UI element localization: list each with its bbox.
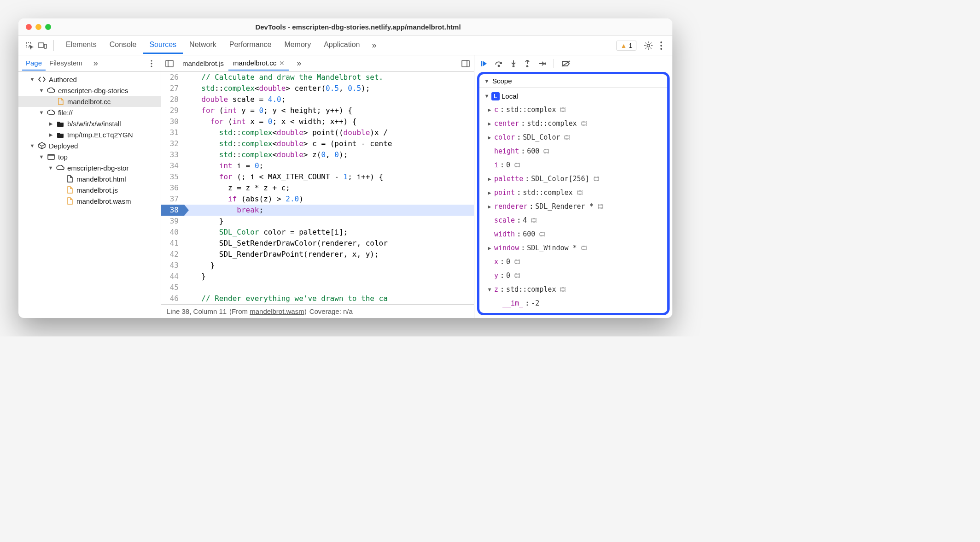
line-number[interactable]: 29 — [161, 105, 184, 116]
memory-icon[interactable] — [560, 287, 566, 292]
scope-variable[interactable]: scale: 4 — [479, 213, 667, 227]
line-number[interactable]: 42 — [161, 249, 184, 260]
scope-variable[interactable]: ▶center: std::complex — [479, 117, 667, 130]
panel-tab-console[interactable]: Console — [103, 37, 143, 54]
scope-variable[interactable]: i: 0 — [479, 158, 667, 172]
sidebar-more-button[interactable]: » — [90, 59, 102, 68]
toggle-navigator-icon[interactable] — [165, 59, 174, 68]
memory-icon[interactable] — [564, 135, 570, 140]
toggle-debugger-icon[interactable] — [461, 59, 470, 68]
tree-item[interactable]: mandelbrot.wasm — [18, 195, 161, 206]
panel-tab-elements[interactable]: Elements — [59, 37, 103, 54]
scope-variable[interactable]: y: 0 — [479, 269, 667, 283]
scope-header[interactable]: ▼ Scope — [479, 74, 667, 88]
step-icon[interactable] — [538, 61, 546, 66]
scope-variable[interactable]: ▶c: std::complex — [479, 103, 667, 117]
scope-variable[interactable]: __im_: -2 — [479, 296, 667, 310]
code-editor[interactable]: 26 // Calculate and draw the Mandelbrot … — [161, 72, 474, 304]
scope-variable[interactable]: ▶window: SDL_Window * — [479, 241, 667, 255]
sidebar-tab-page[interactable]: Page — [22, 56, 46, 71]
scope-local-header[interactable]: ▼ L Local — [479, 90, 667, 103]
maximize-window-button[interactable] — [45, 24, 51, 30]
kebab-menu-icon[interactable] — [656, 40, 667, 51]
tree-item[interactable]: mandelbrot.js — [18, 184, 161, 195]
tree-item[interactable]: ▼Deployed — [18, 140, 161, 151]
tree-item[interactable]: ▼file:// — [18, 107, 161, 118]
tree-item[interactable]: ▼Authored — [18, 74, 161, 85]
line-number[interactable]: 30 — [161, 116, 184, 127]
line-number[interactable]: 41 — [161, 238, 184, 249]
sidebar-tab-filesystem[interactable]: Filesystem — [46, 56, 86, 71]
minimize-window-button[interactable] — [35, 24, 41, 30]
memory-icon[interactable] — [514, 162, 520, 168]
step-into-icon[interactable] — [510, 60, 517, 67]
line-number[interactable]: 39 — [161, 216, 184, 227]
scope-variable[interactable]: height: 600 — [479, 144, 667, 158]
source-map-link[interactable]: mandelbrot.wasm — [250, 307, 304, 315]
scope-variable[interactable]: ▶renderer: SDL_Renderer * — [479, 200, 667, 213]
file-tabs-more-button[interactable]: » — [293, 59, 305, 68]
memory-icon[interactable] — [593, 176, 600, 182]
line-number[interactable]: 37 — [161, 194, 184, 205]
line-number[interactable]: 44 — [161, 271, 184, 282]
step-out-icon[interactable] — [524, 60, 531, 67]
memory-icon[interactable] — [514, 273, 520, 278]
line-number[interactable]: 46 — [161, 293, 184, 304]
panel-tab-memory[interactable]: Memory — [278, 37, 317, 54]
more-panels-button[interactable]: » — [368, 41, 380, 50]
tree-item[interactable]: ▶tmp/tmp.ELcTq2YGN — [18, 129, 161, 140]
scope-variable[interactable]: x: 0 — [479, 255, 667, 269]
device-toolbar-icon[interactable] — [37, 40, 48, 51]
scope-variable[interactable]: width: 600 — [479, 227, 667, 241]
line-number[interactable]: 34 — [161, 160, 184, 171]
line-number[interactable]: 36 — [161, 183, 184, 194]
step-over-icon[interactable] — [495, 60, 503, 67]
tree-item[interactable]: ▶b/s/w/ir/x/w/install — [18, 118, 161, 129]
panel-tab-network[interactable]: Network — [183, 37, 223, 54]
tree-item[interactable]: mandelbrot.html — [18, 173, 161, 184]
memory-icon[interactable] — [581, 121, 587, 126]
settings-icon[interactable] — [643, 40, 654, 51]
line-number[interactable]: 43 — [161, 260, 184, 271]
memory-icon[interactable] — [581, 245, 587, 251]
tree-item[interactable]: ▼emscripten-dbg-stories — [18, 85, 161, 96]
sidebar-kebab-icon[interactable] — [146, 58, 157, 69]
line-number[interactable]: 26 — [161, 72, 184, 83]
line-number[interactable]: 38 — [161, 205, 184, 216]
line-number[interactable]: 35 — [161, 171, 184, 183]
inspect-element-icon[interactable] — [24, 40, 35, 51]
close-tab-icon[interactable]: ✕ — [279, 59, 285, 67]
panel-tab-performance[interactable]: Performance — [223, 37, 278, 54]
tree-item[interactable]: mandelbrot.cc — [18, 96, 161, 107]
close-window-button[interactable] — [26, 24, 32, 30]
file-tab[interactable]: mandelbrot.js — [178, 56, 228, 71]
memory-icon[interactable] — [539, 231, 545, 237]
warnings-badge[interactable]: ▲ 1 — [616, 41, 636, 51]
memory-icon[interactable] — [514, 259, 520, 265]
scope-variable[interactable]: ▶point: std::complex — [479, 186, 667, 200]
line-number[interactable]: 32 — [161, 138, 184, 149]
line-number[interactable]: 33 — [161, 149, 184, 160]
memory-icon[interactable] — [543, 148, 549, 154]
scope-variable[interactable]: ▼z: std::complex — [479, 283, 667, 296]
memory-icon[interactable] — [577, 190, 583, 195]
tree-item[interactable]: ▼emscripten-dbg-stor — [18, 162, 161, 173]
deactivate-breakpoints-icon[interactable] — [561, 60, 571, 67]
file-tab[interactable]: mandelbrot.cc✕ — [228, 56, 289, 71]
line-number[interactable]: 45 — [161, 282, 184, 293]
panel-tab-sources[interactable]: Sources — [143, 37, 183, 54]
memory-icon[interactable] — [597, 204, 604, 209]
scope-variable[interactable]: ▶color: SDL_Color — [479, 130, 667, 144]
panel-tab-application[interactable]: Application — [317, 37, 366, 54]
line-number[interactable]: 28 — [161, 94, 184, 105]
line-number[interactable]: 40 — [161, 227, 184, 238]
local-label: Local — [502, 90, 518, 103]
line-number[interactable]: 27 — [161, 83, 184, 94]
scope-variable[interactable]: __re_: -2 — [479, 310, 667, 313]
line-number[interactable]: 31 — [161, 127, 184, 138]
resume-icon[interactable] — [480, 60, 487, 67]
scope-variable[interactable]: ▶palette: SDL_Color[256] — [479, 172, 667, 186]
memory-icon[interactable] — [560, 107, 566, 112]
tree-item[interactable]: ▼top — [18, 151, 161, 162]
memory-icon[interactable] — [531, 218, 537, 223]
